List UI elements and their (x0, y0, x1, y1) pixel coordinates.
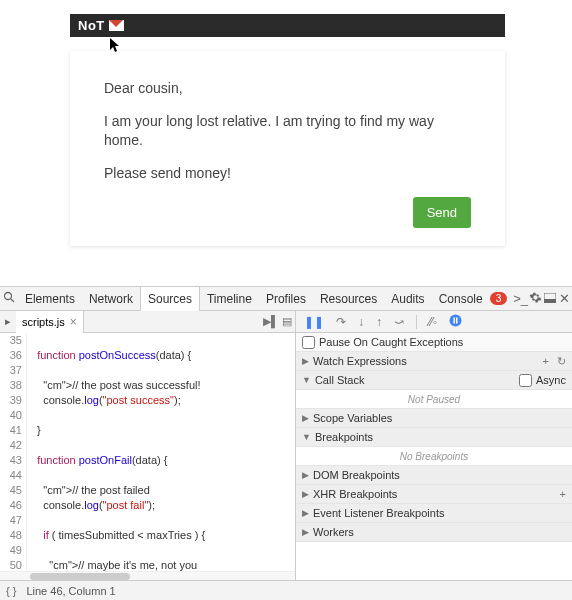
chevron-right-icon: ▶ (302, 508, 309, 518)
debugger-toolbar: ❚❚ ↷ ↓ ↑ ⤻ ⁄⁄◦ (296, 311, 572, 333)
pause-exceptions-label: Pause On Caught Exceptions (319, 336, 463, 348)
svg-point-4 (450, 314, 462, 326)
error-count-badge[interactable]: 3 (490, 292, 508, 305)
panel-tab-console[interactable]: Console (432, 287, 490, 311)
pause-icon[interactable]: ❚❚ (304, 315, 324, 329)
deactivate-breakpoints-icon[interactable]: ⤻ (394, 315, 404, 329)
step-out-icon[interactable]: ↑ (376, 315, 382, 329)
event-listener-breakpoints-header[interactable]: ▶ Event Listener Breakpoints (296, 504, 572, 523)
panel-tabs: ElementsNetworkSourcesTimelineProfilesRe… (18, 287, 490, 311)
gear-icon[interactable] (528, 291, 543, 307)
email-app: NoT Dear cousin, I am your long lost rel… (70, 14, 505, 246)
devtools-toolbar: ElementsNetworkSourcesTimelineProfilesRe… (0, 287, 572, 311)
close-icon[interactable]: ✕ (557, 291, 572, 306)
pretty-print-icon[interactable]: { } (6, 585, 16, 597)
panel-tab-network[interactable]: Network (82, 287, 140, 311)
gmail-icon (109, 20, 124, 31)
add-xhr-breakpoint-icon[interactable]: + (560, 488, 566, 500)
chevron-right-icon: ▶ (302, 470, 309, 480)
drawer-toggle-icon[interactable]: >_ (513, 291, 528, 306)
email-header: NoT (70, 14, 505, 37)
file-tabs: ▸ scripts.js × ▶▌ ▤ (0, 311, 295, 333)
chevron-right-icon: ▶ (302, 413, 309, 423)
pause-on-exceptions-row[interactable]: Pause On Caught Exceptions (296, 333, 572, 352)
dom-breakpoints-header[interactable]: ▶ DOM Breakpoints (296, 466, 572, 485)
async-checkbox[interactable] (519, 374, 532, 387)
code-content[interactable]: function postOnSuccess(data) { "cm">// t… (27, 333, 295, 571)
async-stacks-icon[interactable]: ⁄⁄◦ (429, 315, 437, 329)
breakpoints-header[interactable]: ▼ Breakpoints (296, 428, 572, 447)
watch-expressions-header[interactable]: ▶ Watch Expressions + ↻ (296, 352, 572, 371)
no-breakpoints-hint: No Breakpoints (296, 447, 572, 466)
line-gutter: 35 36 37 38 39 40 41 42 43 44 45 46 47 4… (0, 333, 27, 571)
cursor-position: Line 46, Column 1 (26, 585, 115, 597)
devtools: ElementsNetworkSourcesTimelineProfilesRe… (0, 286, 572, 600)
app-logo-text: NoT (78, 18, 105, 33)
chevron-down-icon: ▼ (302, 432, 311, 442)
refresh-watch-icon[interactable]: ↻ (557, 355, 566, 368)
status-bar: { } Line 46, Column 1 (0, 580, 572, 600)
dock-icon[interactable] (543, 291, 558, 306)
horizontal-scrollbar[interactable] (0, 571, 295, 580)
call-stack-header[interactable]: ▼ Call Stack Async (296, 371, 572, 390)
scrollbar-thumb[interactable] (30, 573, 130, 580)
svg-rect-3 (544, 299, 556, 303)
panel-tab-sources[interactable]: Sources (140, 287, 200, 311)
svg-rect-5 (454, 317, 456, 323)
svg-rect-6 (456, 317, 458, 323)
sources-panel: ▸ scripts.js × ▶▌ ▤ 35 36 37 38 39 40 41… (0, 311, 296, 580)
debugger-sidebar: ❚❚ ↷ ↓ ↑ ⤻ ⁄⁄◦ Pause On Caught Exception… (296, 311, 572, 580)
xhr-breakpoints-header[interactable]: ▶ XHR Breakpoints + (296, 485, 572, 504)
panel-tab-audits[interactable]: Audits (384, 287, 431, 311)
run-snippet-icon[interactable]: ▶▌ (263, 315, 279, 328)
chevron-right-icon: ▶ (302, 527, 309, 537)
panel-tab-timeline[interactable]: Timeline (200, 287, 259, 311)
file-tab-label: scripts.js (22, 316, 65, 328)
step-over-icon[interactable]: ↷ (336, 315, 346, 329)
navigator-toggle-icon[interactable]: ▸ (0, 315, 16, 328)
svg-point-0 (4, 293, 11, 300)
file-tab-close-icon[interactable]: × (70, 315, 77, 329)
email-body: Dear cousin, I am your long lost relativ… (70, 51, 505, 246)
search-icon[interactable] (0, 291, 18, 306)
step-into-icon[interactable]: ↓ (358, 315, 364, 329)
chevron-right-icon: ▶ (302, 356, 309, 366)
panel-tab-elements[interactable]: Elements (18, 287, 82, 311)
pause-exceptions-checkbox[interactable] (302, 336, 315, 349)
email-line-1: Dear cousin, (104, 79, 471, 98)
pause-exceptions-icon[interactable] (449, 314, 462, 330)
workers-header[interactable]: ▶ Workers (296, 523, 572, 542)
email-line-2: I am your long lost relative. I am tryin… (104, 112, 471, 150)
scope-variables-header[interactable]: ▶ Scope Variables (296, 409, 572, 428)
file-tab-scripts[interactable]: scripts.js × (16, 311, 84, 333)
panel-tab-profiles[interactable]: Profiles (259, 287, 313, 311)
email-line-3: Please send money! (104, 164, 471, 183)
more-options-icon[interactable]: ▤ (279, 315, 295, 328)
chevron-down-icon: ▼ (302, 375, 311, 385)
code-editor[interactable]: 35 36 37 38 39 40 41 42 43 44 45 46 47 4… (0, 333, 295, 571)
chevron-right-icon: ▶ (302, 489, 309, 499)
svg-line-1 (11, 299, 14, 302)
not-paused-hint: Not Paused (296, 390, 572, 409)
send-button[interactable]: Send (413, 197, 471, 228)
panel-tab-resources[interactable]: Resources (313, 287, 384, 311)
add-watch-icon[interactable]: + (543, 355, 549, 367)
